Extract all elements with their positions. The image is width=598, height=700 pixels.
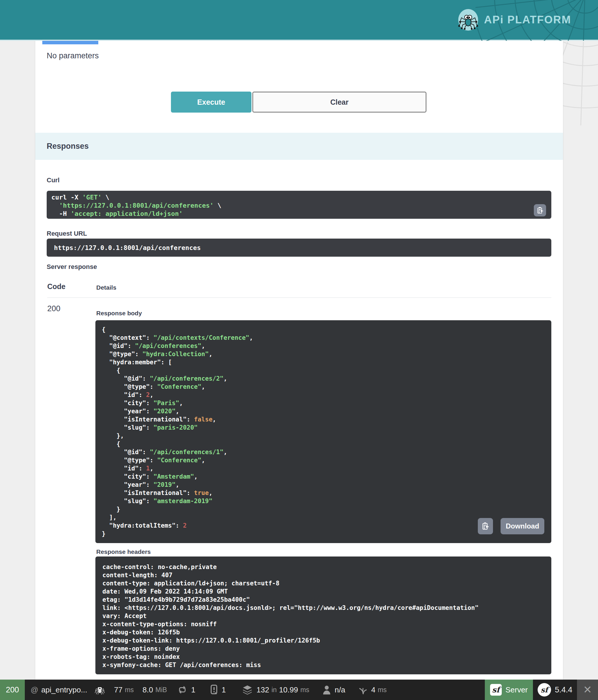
brand: APi PLATFORM — [458, 9, 571, 31]
toolbar-status-badge[interactable]: 200 — [0, 680, 25, 700]
exceptions-count: 1 — [222, 685, 226, 695]
api-platform-spider-logo — [458, 9, 479, 31]
execute-button[interactable]: Execute — [171, 92, 251, 112]
version-number: 5.4.4 — [555, 685, 572, 695]
response-body-json: { "@context": "/api/contexts/Conference"… — [102, 325, 551, 538]
toolbar-time[interactable]: 77 ms — [114, 685, 134, 695]
curl-command-text: curl -X 'GET' \ 'https://127.0.0.1:8001/… — [51, 193, 534, 218]
toolbar-server[interactable]: sf Server — [485, 680, 533, 700]
copy-curl-button[interactable] — [534, 204, 546, 217]
api-platform-page: APi PLATFORM No parameters Execute Clear… — [0, 0, 598, 700]
curl-command-block: curl -X 'GET' \ 'https://127.0.0.1:8001/… — [47, 191, 551, 219]
close-icon: ✕ — [583, 684, 592, 696]
response-body-block: { "@context": "/api/contexts/Conference"… — [95, 320, 551, 543]
server-label: Server — [505, 685, 528, 695]
response-body-label: Response body — [96, 310, 142, 317]
copy-response-button[interactable] — [478, 518, 493, 534]
toolbar-route[interactable]: @ api_entrypo... — [31, 685, 87, 695]
toolbar-right-group: sf Server sf 5.4.4 ✕ — [485, 680, 598, 700]
responses-title: Responses — [47, 142, 89, 151]
time-unit: ms — [125, 686, 134, 694]
clipboard-copy-icon — [536, 206, 544, 215]
symfony-profiler-toolbar: 200 @ api_entrypo... 77 ms 8 — [0, 680, 598, 700]
twig-sprout-icon — [358, 684, 368, 695]
response-headers-block: cache-control: no-cache,privatecontent-l… — [95, 556, 551, 674]
db-time: 10.99 — [279, 685, 298, 695]
operation-panel: No parameters Execute Clear Responses Cu… — [35, 41, 563, 680]
request-url-text: https://127.0.0.1:8001/api/conferences — [54, 244, 201, 251]
db-in-label: in — [272, 686, 277, 694]
active-tab-indicator — [42, 41, 98, 44]
code-column-header: Code — [47, 282, 66, 291]
memory-value: 8.0 — [143, 685, 153, 695]
curl-label: Curl — [47, 176, 59, 184]
response-headers-text: cache-control: no-cache,privatecontent-l… — [102, 563, 551, 669]
brand-wordmark: APi PLATFORM — [484, 14, 571, 26]
status-code-value: 200 — [47, 304, 60, 313]
details-column-header: Details — [96, 284, 117, 291]
toolbar-route-name: api_entrypo... — [41, 685, 87, 695]
requests-count: 1 — [191, 685, 195, 695]
at-icon: @ — [31, 685, 38, 695]
symfony-round-logo: sf — [538, 683, 551, 697]
memory-unit: MiB — [155, 686, 167, 694]
requests-sync-icon — [177, 685, 188, 695]
response-headers-label: Response headers — [96, 548, 151, 555]
symfony-sf-logo: sf — [490, 684, 502, 696]
db-time-unit: ms — [300, 686, 309, 694]
toolbar-memory[interactable]: 8.0 MiB — [143, 685, 167, 695]
toolbar-close-button[interactable]: ✕ — [577, 680, 598, 700]
twig-time: 4 — [371, 685, 375, 695]
toolbar-user[interactable]: n/a — [322, 685, 345, 695]
request-url-block: https://127.0.0.1:8001/api/conferences — [47, 239, 551, 257]
layers-icon — [242, 684, 253, 695]
user-icon — [322, 685, 331, 695]
db-query-count: 132 — [256, 685, 269, 695]
app-header: APi PLATFORM — [0, 0, 598, 41]
no-parameters-text: No parameters — [47, 51, 99, 60]
toolbar-twig[interactable]: 4 ms — [358, 684, 387, 695]
clipboard-copy-icon — [481, 522, 490, 530]
clear-button[interactable]: Clear — [252, 92, 426, 112]
request-url-label: Request URL — [47, 230, 87, 238]
toolbar-database[interactable]: 132 in 10.99 ms — [242, 684, 309, 695]
time-value: 77 — [114, 685, 123, 695]
toolbar-api-platform[interactable] — [94, 684, 105, 696]
toolbar-exceptions[interactable]: 1 — [210, 684, 226, 695]
user-value: n/a — [334, 685, 345, 695]
toolbar-symfony-version[interactable]: sf 5.4.4 — [533, 680, 577, 700]
responses-section-header: Responses — [35, 133, 563, 160]
toolbar-requests[interactable]: 1 — [177, 685, 195, 695]
spider-icon — [94, 684, 105, 696]
exception-log-icon — [210, 684, 218, 695]
download-button[interactable]: Download — [501, 518, 544, 534]
server-response-label: Server response — [47, 263, 97, 271]
twig-time-unit: ms — [378, 686, 387, 694]
